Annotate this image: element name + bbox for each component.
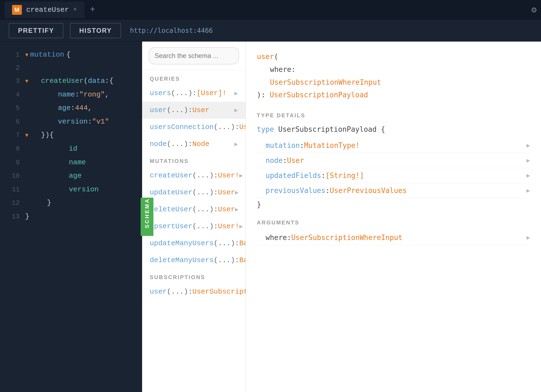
chevron-right-icon: ▶: [239, 223, 243, 230]
chevron-right-icon: ▶: [239, 172, 243, 179]
chevron-right-icon: ▶: [527, 187, 530, 194]
subscriptions-label: SUBSCRIPTIONS: [142, 269, 246, 283]
schema-item-node[interactable]: node (...): Node ▶: [142, 136, 246, 153]
code-line-5: 5 age : 444 ,: [0, 101, 142, 115]
mutations-label: MUTATIONS: [142, 153, 246, 167]
tab-bar: M createUser × + ⚙: [0, 0, 541, 20]
queries-label: QUERIES: [142, 70, 246, 85]
code-line-9: 9 name: [0, 156, 142, 169]
tab-logo: M: [12, 5, 22, 15]
code-line-7: 7 ▼ }){: [0, 128, 142, 142]
active-tab[interactable]: M createUser ×: [4, 2, 84, 18]
chevron-right-icon: ▶: [235, 189, 239, 196]
schema-search-input[interactable]: [149, 47, 239, 65]
schema-item-upsertUser[interactable]: upsertUser (...): User! ▶: [142, 218, 246, 235]
schema-item-subscription-user[interactable]: user (...): UserSubscriptionPayload ▶: [142, 283, 246, 300]
chevron-right-icon: ▶: [527, 172, 530, 179]
main-area: 1 ▼ mutation { 2 3 ▼ createUser ( data :…: [0, 42, 541, 392]
detail-row-node[interactable]: node : User ▶: [257, 153, 530, 168]
type-details-label: TYPE DETAILS: [257, 112, 530, 119]
gear-icon[interactable]: ⚙: [531, 4, 537, 15]
editor-panel[interactable]: 1 ▼ mutation { 2 3 ▼ createUser ( data :…: [0, 42, 142, 392]
chevron-right-icon: ▶: [527, 142, 530, 149]
schema-item-usersConnection[interactable]: usersConnection (...): UserConnection! ▶: [142, 119, 246, 136]
detail-row-where[interactable]: where : UserSubscriptionWhereInput ▶: [257, 230, 530, 245]
code-line-12: 12 }: [0, 196, 142, 210]
detail-header-3: UserSubscriptionWhereInput: [257, 76, 530, 89]
detail-row-previousValues[interactable]: previousValues : UserPreviousValues ▶: [257, 183, 530, 198]
schema-item-deleteUser[interactable]: deleteUser (...): User ▶: [142, 201, 246, 218]
code-line-1: 1 ▼ mutation {: [0, 48, 142, 62]
code-line-4: 4 name : "rong" ,: [0, 88, 142, 102]
code-line-11: 11 version: [0, 183, 142, 197]
code-line-13: 13 }: [0, 210, 142, 224]
chevron-right-icon: ▶: [234, 90, 238, 97]
code-line-10: 10 age: [0, 169, 142, 183]
history-button[interactable]: HISTORY: [70, 23, 121, 38]
new-tab-button[interactable]: +: [84, 2, 101, 17]
schema-tab-label[interactable]: SCHEMA: [141, 198, 154, 236]
detail-row-updatedFields[interactable]: updatedFields : [String!] ▶: [257, 168, 530, 183]
chevron-right-icon: ▶: [527, 157, 530, 164]
arguments-label: ARGUMENTS: [257, 220, 530, 226]
detail-header-1: user(: [257, 50, 530, 63]
type-close-brace: }: [257, 198, 530, 211]
details-panel: user( where: UserSubscriptionWhereInput …: [246, 42, 541, 392]
code-line-2: 2: [0, 62, 142, 74]
schema-item-deleteManyUsers[interactable]: deleteManyUsers (...): BatchPayload! ▶: [142, 252, 246, 269]
detail-header-2: where:: [257, 63, 530, 76]
code-line-6: 6 version : "v1": [0, 115, 142, 129]
schema-panel: SCHEMA QUERIES users (...): [User]! ▶ us…: [142, 42, 246, 392]
chevron-right-icon: ▶: [235, 206, 239, 213]
toolbar: PRETTIFY HISTORY: [0, 20, 541, 42]
prettify-button[interactable]: PRETTIFY: [9, 23, 63, 38]
schema-item-createUser[interactable]: createUser (...): User! ▶: [142, 167, 246, 184]
schema-item-updateManyUsers[interactable]: updateManyUsers (...): BatchPayload! ▶: [142, 235, 246, 252]
code-line-3: 3 ▼ createUser ( data :{: [0, 74, 142, 88]
tab-close-icon[interactable]: ×: [73, 6, 77, 13]
url-input[interactable]: [130, 27, 213, 34]
schema-item-updateUser[interactable]: updateUser (...): User ▶: [142, 184, 246, 201]
chevron-right-icon: ▶: [234, 141, 238, 148]
chevron-right-icon: ▶: [527, 234, 530, 241]
tab-title: createUser: [26, 6, 69, 14]
chevron-right-icon: ▶: [234, 107, 238, 114]
schema-item-users[interactable]: users (...): [User]! ▶: [142, 85, 246, 102]
schema-search-area: [142, 42, 246, 70]
code-line-8: 8 id: [0, 142, 142, 156]
detail-header-4: ): UserSubscriptionPayload: [257, 89, 530, 101]
detail-row-mutation[interactable]: mutation : MutationType! ▶: [257, 138, 530, 153]
schema-item-user[interactable]: user (...): User ▶: [142, 102, 246, 119]
detail-type-header: type UserSubscriptionPayload {: [257, 123, 530, 136]
